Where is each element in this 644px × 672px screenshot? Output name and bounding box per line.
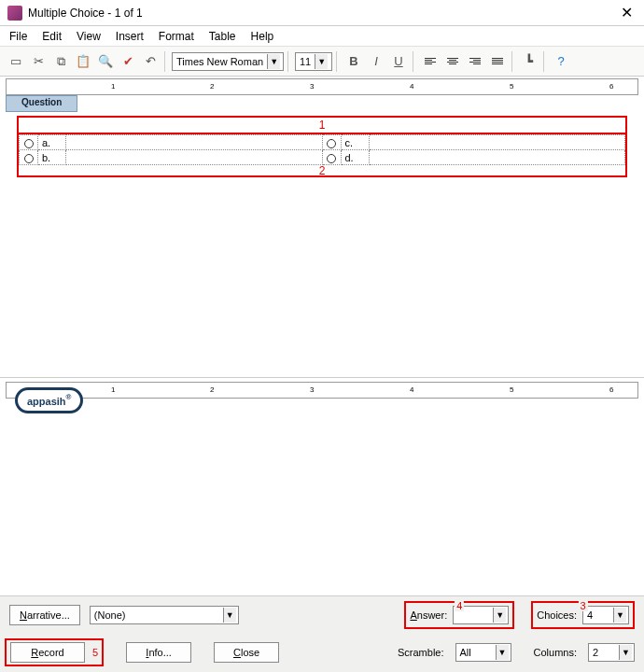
ruler-label: 2	[210, 82, 214, 91]
choice-letter: b.	[38, 150, 66, 165]
menu-help[interactable]: Help	[251, 30, 274, 43]
separator	[543, 51, 547, 72]
separator	[164, 51, 168, 72]
help-icon[interactable]: ?	[551, 51, 571, 72]
separator	[287, 51, 291, 72]
ruler-label: 4	[410, 82, 413, 91]
separator	[511, 51, 515, 72]
annotation-5: 5	[92, 647, 98, 658]
cut-icon[interactable]: ✂	[28, 51, 49, 72]
undo-icon[interactable]: ↶	[140, 51, 161, 72]
answer-label: Answer:	[410, 609, 447, 621]
align-center-button[interactable]	[442, 51, 463, 72]
menu-view[interactable]: View	[77, 30, 101, 43]
choice-radio-d[interactable]	[322, 150, 341, 165]
watermark-logo: appasih®	[15, 387, 83, 413]
narrative-value: (None)	[94, 609, 126, 621]
font-value: Times New Roman	[176, 56, 263, 67]
columns-select[interactable]: 2 ▼	[588, 643, 635, 662]
choice-letter: c.	[341, 135, 369, 150]
question-text-box[interactable]: 1	[17, 116, 627, 134]
underline-button[interactable]: U	[388, 51, 409, 72]
spellcheck-icon[interactable]: ✔	[118, 51, 138, 72]
footer-row-2: Record 5 Info... Close Scramble: All ▼ C…	[0, 634, 644, 671]
annotation-4: 4	[455, 600, 464, 611]
scramble-label: Scramble:	[398, 647, 444, 658]
tab-question[interactable]: Question	[6, 95, 77, 112]
bullet-icon[interactable]: ┗	[519, 51, 539, 72]
choice-letter: d.	[341, 150, 369, 165]
separator	[413, 51, 416, 72]
choice-letter: a.	[38, 135, 66, 150]
annotation-1: 1	[319, 119, 326, 132]
tab-strip: Question	[0, 95, 644, 112]
menu-insert[interactable]: Insert	[116, 30, 144, 43]
size-combo[interactable]: 11 ▼	[295, 52, 332, 71]
chevron-down-icon: ▼	[493, 608, 506, 623]
columns-value: 2	[593, 647, 598, 658]
ruler-label: 1	[111, 82, 115, 91]
close-icon[interactable]: ✕	[617, 4, 637, 21]
menu-table[interactable]: Table	[209, 30, 236, 43]
menu-file[interactable]: File	[9, 30, 27, 43]
annotation-2: 2	[319, 164, 326, 177]
italic-button[interactable]: I	[366, 51, 386, 72]
chevron-down-icon: ▼	[267, 54, 280, 69]
record-highlight: Record 5	[5, 638, 104, 666]
align-justify-button[interactable]	[487, 51, 508, 72]
ruler-label: 3	[310, 385, 314, 394]
narrative-button[interactable]: Narrative...	[9, 605, 80, 625]
table-row: b. d.	[20, 150, 625, 165]
chevron-down-icon: ▼	[613, 608, 626, 623]
ruler-label: 4	[410, 385, 413, 394]
ruler-label: 2	[210, 385, 214, 394]
bold-button[interactable]: B	[343, 51, 364, 72]
menu-edit[interactable]: Edit	[42, 30, 62, 43]
scramble-value: All	[460, 647, 471, 658]
title-bar: Multiple Choice - 1 of 1 ✕	[0, 0, 644, 26]
chevron-down-icon: ▼	[315, 54, 328, 69]
choice-text-c[interactable]	[369, 135, 625, 150]
choice-radio-a[interactable]	[20, 135, 38, 150]
search-icon[interactable]: 🔍	[95, 51, 116, 72]
choices-label: Choices:	[537, 609, 577, 621]
narrative-select[interactable]: (None) ▼	[90, 606, 239, 624]
font-combo[interactable]: Times New Roman ▼	[172, 52, 284, 71]
ruler-label: 1	[111, 385, 115, 394]
align-left-button[interactable]	[420, 51, 441, 72]
footer-row-1: Narrative... (None) ▼ 4 Answer: ▼ 3 Choi…	[0, 596, 644, 634]
answer-highlight: 4 Answer: ▼	[404, 601, 514, 629]
separator	[336, 51, 340, 72]
annotation-3: 3	[579, 600, 588, 611]
size-value: 11	[300, 56, 311, 67]
ruler-label: 5	[510, 385, 513, 394]
chevron-down-icon: ▼	[496, 645, 509, 660]
chevron-down-icon: ▼	[619, 645, 632, 660]
chevron-down-icon: ▼	[223, 608, 236, 623]
second-pane: 1 2 3 4 5 6 appasih®	[0, 377, 644, 399]
new-icon[interactable]: ▭	[6, 51, 26, 72]
choices-select[interactable]: 4 ▼	[582, 606, 629, 624]
choice-text-a[interactable]	[66, 135, 323, 150]
close-button[interactable]: Close	[214, 642, 279, 663]
menu-format[interactable]: Format	[159, 30, 194, 43]
record-button[interactable]: Record	[10, 642, 85, 663]
ruler-label: 6	[609, 82, 613, 91]
editor-whitespace[interactable]	[17, 177, 627, 373]
scramble-select[interactable]: All ▼	[455, 643, 511, 662]
window-title: Multiple Choice - 1 of 1	[28, 7, 617, 20]
align-right-button[interactable]	[465, 51, 485, 72]
choice-radio-c[interactable]	[322, 135, 341, 150]
editor-area[interactable]: 1 a. c. b. d. 2	[0, 112, 644, 377]
choices-highlight: 3 Choices: 4 ▼	[531, 601, 635, 629]
toolbar: ▭ ✂ ⧉ 📋 🔍 ✔ ↶ Times New Roman ▼ 11 ▼ B I…	[0, 47, 644, 77]
ruler-top[interactable]: 1 2 3 4 5 6	[6, 78, 638, 95]
paste-icon[interactable]: 📋	[73, 51, 93, 72]
choice-text-b[interactable]	[66, 150, 323, 165]
info-button[interactable]: Info...	[126, 642, 191, 663]
copy-icon[interactable]: ⧉	[50, 51, 71, 72]
choice-radio-b[interactable]	[20, 150, 38, 165]
menu-bar: File Edit View Insert Format Table Help	[0, 26, 644, 47]
choice-text-d[interactable]	[369, 150, 625, 165]
ruler-bottom[interactable]: 1 2 3 4 5 6	[6, 382, 638, 399]
